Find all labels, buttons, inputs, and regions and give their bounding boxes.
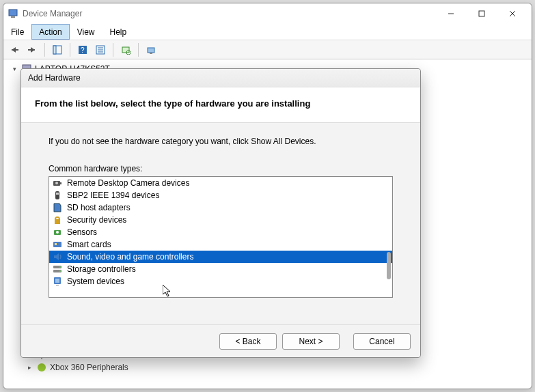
firewire-icon	[52, 190, 63, 201]
svg-rect-3	[479, 11, 484, 16]
list-item-label: Security devices	[67, 215, 126, 225]
smartcard-icon	[52, 239, 63, 250]
menu-view[interactable]: View	[70, 24, 102, 40]
next-button[interactable]: Next >	[282, 333, 340, 350]
svg-point-32	[56, 231, 59, 234]
svg-rect-30	[55, 219, 60, 224]
svg-rect-19	[150, 53, 152, 54]
list-item[interactable]: Security devices	[49, 214, 392, 226]
speaker-icon	[52, 251, 63, 262]
list-item-label: Remote Desktop Camera devices	[67, 178, 189, 188]
dialog-body: If you do not see the hardware category …	[21, 123, 420, 324]
svg-point-37	[59, 266, 61, 268]
svg-rect-0	[9, 10, 17, 16]
dialog-footer: < Back Next > Cancel	[21, 324, 420, 357]
toolbar: ?	[3, 40, 532, 59]
hardware-types-listbox[interactable]: Remote Desktop Camera devicesSBP2 IEEE 1…	[49, 176, 393, 298]
menubar: File Action View Help	[3, 24, 532, 40]
menu-help[interactable]: Help	[102, 24, 135, 40]
chevron-down-icon[interactable]: ▾	[10, 65, 18, 73]
svg-rect-27	[60, 182, 61, 184]
properties-icon[interactable]	[92, 42, 109, 57]
app-icon	[8, 8, 18, 19]
sd-icon	[52, 202, 63, 213]
svg-rect-18	[148, 48, 154, 53]
menu-file[interactable]: File	[3, 24, 31, 40]
list-item-label: Sound, video and game controllers	[67, 252, 193, 262]
svg-rect-9	[53, 46, 56, 54]
scan-hardware-icon[interactable]	[118, 42, 134, 57]
tree-item-xbox[interactable]: ▸ Xbox 360 Peripherals	[25, 361, 526, 374]
toolbar-separator	[138, 43, 139, 57]
list-item[interactable]: Smart cards	[49, 238, 392, 251]
window-title: Device Manager	[23, 9, 435, 18]
list-item[interactable]: SD host adapters	[49, 201, 392, 214]
sensor-icon	[52, 227, 63, 238]
list-item[interactable]: SBP2 IEEE 1394 devices	[49, 189, 392, 201]
toolbar-separator	[44, 43, 45, 57]
svg-rect-16	[122, 47, 129, 53]
list-item[interactable]: Remote Desktop Camera devices	[49, 177, 392, 189]
list-item[interactable]: System devices	[49, 275, 392, 288]
dialog-banner: From the list below, select the type of …	[21, 87, 420, 123]
forward-arrow-icon[interactable]	[24, 42, 40, 57]
toolbar-separator	[70, 43, 70, 57]
svg-rect-6	[12, 49, 18, 51]
chevron-right-icon[interactable]: ▸	[25, 363, 33, 372]
tree-item-label: Xbox 360 Peripherals	[50, 363, 128, 372]
list-label: Common hardware types:	[49, 164, 393, 173]
dialog-title: Add Hardware	[21, 69, 420, 87]
lock-icon	[52, 214, 63, 225]
svg-rect-29	[56, 193, 59, 195]
svg-rect-33	[53, 242, 61, 247]
svg-rect-7	[28, 49, 35, 51]
svg-point-24	[38, 363, 46, 372]
help-icon[interactable]: ?	[74, 42, 91, 57]
list-item-label: Storage controllers	[67, 264, 136, 274]
add-hardware-dialog: Add Hardware From the list below, select…	[20, 68, 421, 358]
dialog-banner-text: From the list below, select the type of …	[35, 98, 407, 109]
dialog-hint: If you do not see the hardware category …	[49, 137, 393, 146]
list-item-label: SBP2 IEEE 1394 devices	[67, 191, 159, 200]
back-arrow-icon[interactable]	[6, 42, 23, 57]
titlebar: Device Manager	[3, 3, 532, 24]
menu-action[interactable]: Action	[31, 24, 69, 40]
camera-icon	[52, 178, 63, 188]
svg-rect-40	[55, 279, 59, 283]
storage-icon	[52, 264, 63, 275]
add-hardware-icon[interactable]	[143, 42, 159, 57]
list-item-label: SD host adapters	[67, 203, 131, 212]
list-item-label: Smart cards	[67, 240, 111, 249]
titlebar-controls	[435, 4, 527, 23]
svg-point-38	[59, 270, 61, 272]
list-item[interactable]: Sensors	[49, 226, 392, 238]
svg-point-26	[55, 182, 58, 184]
show-hide-tree-icon[interactable]	[49, 42, 66, 57]
cancel-button[interactable]: Cancel	[353, 333, 411, 350]
maximize-button[interactable]	[466, 4, 497, 23]
minimize-button[interactable]	[435, 4, 466, 23]
svg-rect-41	[56, 285, 59, 285]
scrollbar-thumb[interactable]	[387, 252, 391, 279]
svg-text:?: ?	[81, 46, 85, 54]
system-icon	[52, 276, 63, 287]
list-item[interactable]: Sound, video and game controllers	[49, 251, 392, 263]
xbox-icon	[36, 362, 47, 373]
list-item[interactable]: Storage controllers	[49, 263, 392, 275]
close-button[interactable]	[497, 4, 527, 23]
list-item-label: System devices	[67, 277, 124, 286]
svg-rect-34	[55, 243, 57, 245]
back-button[interactable]: < Back	[219, 333, 277, 350]
svg-rect-1	[11, 16, 15, 18]
list-item-label: Sensors	[67, 227, 97, 237]
svg-rect-28	[55, 191, 59, 199]
toolbar-separator	[113, 43, 113, 57]
